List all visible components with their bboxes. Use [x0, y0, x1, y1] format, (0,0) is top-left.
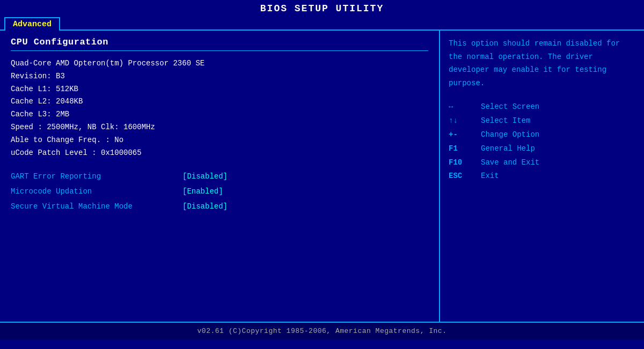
footer-text: v02.61 (C)Copyright 1985-2006, American … — [197, 327, 447, 335]
title-text: BIOS SETUP UTILITY — [260, 3, 384, 14]
right-panel: This option should remain disabled for t… — [440, 31, 644, 322]
settings-area: GART Error Reporting [Disabled] Microcod… — [11, 169, 428, 214]
key-row-5: ESC Exit — [449, 169, 635, 183]
key-desc-0: Select Screen — [481, 100, 539, 114]
key-sym-2: +- — [449, 128, 481, 142]
key-sym-3: F1 — [449, 142, 481, 156]
setting-name-1: Microcode Updation — [11, 184, 182, 199]
footer: v02.61 (C)Copyright 1985-2006, American … — [0, 322, 644, 339]
setting-name-2: Secure Virtual Machine Mode — [11, 199, 182, 214]
section-divider — [11, 50, 428, 51]
left-panel: CPU Configuration Quad-Core AMD Opteron(… — [0, 31, 440, 322]
key-desc-4: Save and Exit — [481, 156, 539, 170]
key-sym-1: ↑↓ — [449, 114, 481, 128]
setting-value-1: [Enabled] — [182, 184, 223, 199]
tab-bar: Advanced — [0, 17, 644, 31]
key-sym-4: F10 — [449, 156, 481, 170]
key-row-4: F10 Save and Exit — [449, 156, 635, 170]
key-row-2: +- Change Option — [449, 128, 635, 142]
help-text: This option should remain disabled for t… — [449, 37, 635, 90]
main-content: CPU Configuration Quad-Core AMD Opteron(… — [0, 31, 644, 322]
setting-row-0[interactable]: GART Error Reporting [Disabled] — [11, 169, 428, 184]
key-desc-2: Change Option — [481, 128, 539, 142]
cpu-info-line-2: Cache L1: 512KB — [11, 83, 428, 96]
cpu-info-line-5: Speed : 2500MHz, NB Clk: 1600MHz — [11, 121, 428, 134]
key-row-1: ↑↓ Select Item — [449, 114, 635, 128]
setting-row-2[interactable]: Secure Virtual Machine Mode [Disabled] — [11, 199, 428, 214]
setting-name-0: GART Error Reporting — [11, 169, 182, 184]
cpu-info-line-3: Cache L2: 2048KB — [11, 95, 428, 108]
key-sym-0: ↔ — [449, 100, 481, 114]
tab-advanced[interactable]: Advanced — [4, 17, 60, 31]
key-desc-3: General Help — [481, 142, 535, 156]
key-row-3: F1 General Help — [449, 142, 635, 156]
setting-value-2: [Disabled] — [182, 199, 228, 214]
cpu-info-line-7: uCode Patch Level : 0x1000065 — [11, 147, 428, 160]
setting-row-1[interactable]: Microcode Updation [Enabled] — [11, 184, 428, 199]
cpu-info-line-6: Able to Change Freq. : No — [11, 134, 428, 147]
key-desc-5: Exit — [481, 169, 499, 183]
key-row-0: ↔ Select Screen — [449, 100, 635, 114]
key-desc-1: Select Item — [481, 114, 530, 128]
cpu-info-line-1: Revision: B3 — [11, 70, 428, 83]
cpu-info-line-4: Cache L3: 2MB — [11, 108, 428, 121]
setting-value-0: [Disabled] — [182, 169, 228, 184]
cpu-info: Quad-Core AMD Opteron(tm) Processor 2360… — [11, 57, 428, 159]
bios-title: BIOS SETUP UTILITY — [0, 0, 644, 17]
key-help: ↔ Select Screen ↑↓ Select Item +- Change… — [449, 100, 635, 183]
section-title: CPU Configuration — [11, 37, 428, 47]
cpu-info-line-0: Quad-Core AMD Opteron(tm) Processor 2360… — [11, 57, 428, 70]
key-sym-5: ESC — [449, 169, 481, 183]
